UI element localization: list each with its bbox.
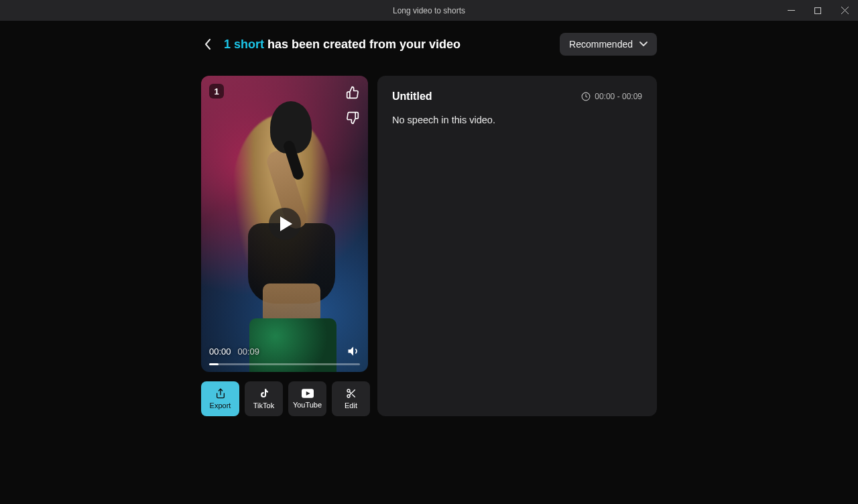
tiktok-icon (259, 388, 269, 399)
dropdown-label: Recommended (569, 39, 633, 50)
details-panel: Untitled 00:00 - 00:09 No speech in this… (377, 76, 657, 416)
export-icon (215, 388, 226, 399)
play-icon (279, 216, 292, 231)
window-controls (778, 0, 858, 21)
headline-rest: has been created from your video (264, 38, 461, 51)
clip-title: Untitled (392, 90, 432, 103)
progress-bar[interactable] (209, 363, 360, 365)
clip-index-badge: 1 (209, 84, 224, 99)
thumbs-up-icon (346, 86, 359, 99)
thumbs-down-icon (346, 111, 359, 125)
headline-count: 1 short (224, 38, 264, 51)
tiktok-button[interactable]: TikTok (245, 381, 283, 416)
volume-icon (347, 344, 360, 358)
edit-button[interactable]: Edit (332, 381, 370, 416)
youtube-button[interactable]: YouTube (288, 381, 326, 416)
sort-dropdown[interactable]: Recommended (560, 33, 657, 56)
svg-marker-4 (280, 216, 292, 231)
current-time: 00:00 (209, 346, 231, 357)
play-button[interactable] (269, 208, 301, 240)
video-preview[interactable]: 1 00:00 00:09 (201, 76, 368, 372)
duration: 00:09 (238, 346, 260, 357)
youtube-icon (302, 389, 314, 398)
transcript: No speech in this video. (392, 115, 642, 125)
clock-icon (581, 92, 591, 101)
volume-button[interactable] (347, 344, 360, 358)
clip-time-range: 00:00 - 00:09 (581, 92, 642, 101)
back-button[interactable] (201, 38, 214, 51)
titlebar: Long video to shorts (0, 0, 858, 21)
page-headline: 1 short has been created from your video (224, 38, 461, 52)
svg-line-12 (349, 391, 351, 393)
progress-fill (209, 363, 219, 365)
svg-rect-1 (815, 7, 821, 13)
svg-line-11 (352, 395, 355, 397)
chevron-left-icon (204, 39, 211, 50)
maximize-button[interactable] (804, 0, 831, 21)
thumbs-down-button[interactable] (344, 109, 361, 127)
window-title: Long video to shorts (393, 6, 465, 15)
chevron-down-icon (639, 42, 648, 47)
close-button[interactable] (831, 0, 858, 21)
minimize-button[interactable] (778, 0, 804, 21)
thumbs-up-button[interactable] (344, 84, 361, 101)
scissors-icon (346, 388, 357, 399)
export-button[interactable]: Export (201, 381, 239, 416)
